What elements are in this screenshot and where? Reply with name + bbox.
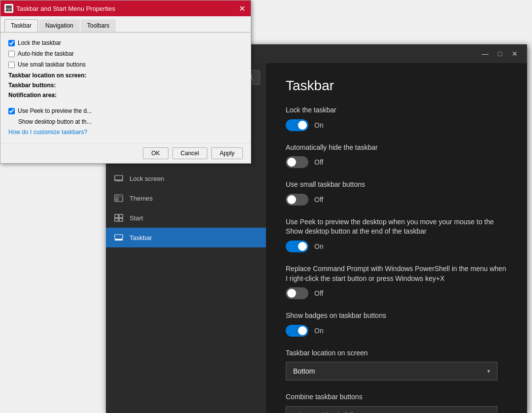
sidebar-item-taskbar-label: Taskbar — [130, 234, 152, 241]
peek-toggle[interactable] — [286, 241, 308, 252]
taskbar-location-dropdown-label: Taskbar location on screen — [286, 348, 507, 358]
powershell-toggle-label: Off — [314, 289, 323, 297]
auto-hide-knob — [287, 158, 296, 167]
setting-powershell: Replace Command Prompt with Windows Powe… — [286, 264, 507, 299]
auto-hide-label: Auto-hide the taskbar — [18, 50, 74, 57]
lock-taskbar-toggle[interactable] — [286, 119, 308, 131]
powershell-knob — [287, 289, 296, 298]
svg-rect-11 — [119, 214, 123, 218]
setting-taskbar-location: Taskbar location on screen Bottom ▾ — [286, 348, 507, 381]
powershell-toggle[interactable] — [286, 287, 308, 299]
checkbox-lock-taskbar[interactable]: Lock the taskbar — [8, 39, 243, 46]
lock-taskbar-toggle-row: On — [286, 119, 507, 131]
dialog-tabs: Taskbar Navigation Toolbars — [0, 16, 251, 33]
lock-taskbar-knob — [298, 121, 307, 130]
notification-area-label: Notification area: — [8, 92, 243, 99]
checkbox-peek[interactable]: Use Peek to preview the d... — [8, 107, 243, 114]
svg-rect-10 — [115, 214, 118, 218]
lock-screen-icon — [114, 173, 124, 183]
small-buttons-setting-label: Use small taskbar buttons — [286, 180, 507, 190]
tab-toolbars[interactable]: Toolbars — [81, 19, 116, 32]
badges-toggle-label: On — [314, 327, 324, 335]
ok-button[interactable]: OK — [143, 147, 168, 159]
combine-buttons-dropdown-label: Combine taskbar buttons — [286, 392, 507, 402]
apply-button[interactable]: Apply — [211, 147, 243, 159]
start-icon — [114, 213, 124, 223]
combine-buttons-dropdown[interactable]: When taskbar is full ▾ — [286, 406, 498, 413]
svg-rect-13 — [119, 218, 123, 221]
setting-small-buttons: Use small taskbar buttons Off — [286, 180, 507, 206]
checkbox-auto-hide[interactable]: Auto-hide the taskbar — [8, 50, 243, 57]
small-buttons-label: Use small taskbar buttons — [18, 61, 86, 68]
dialog-close-button[interactable]: ✕ — [237, 3, 247, 13]
badges-knob — [298, 326, 307, 335]
peek-label: Use Peek to preview the d... — [18, 107, 92, 114]
auto-hide-toggle-label: Off — [314, 158, 323, 166]
powershell-setting-label: Replace Command Prompt with Windows Powe… — [286, 264, 507, 283]
auto-hide-toggle-row: Off — [286, 156, 507, 168]
taskbar-location-value: Bottom — [293, 367, 315, 375]
peek-checkbox[interactable] — [8, 108, 15, 114]
dialog-footer: OK Cancel Apply — [0, 143, 251, 163]
small-buttons-toggle-row: Off — [286, 194, 507, 206]
dialog-title: Taskbar and Start Menu Properties — [16, 5, 237, 12]
taskbar-location-dropdown[interactable]: Bottom ▾ — [286, 362, 498, 380]
combine-buttons-dropdown-row: When taskbar is full ▾ — [286, 406, 507, 413]
checkbox-small-buttons[interactable]: Use small taskbar buttons — [8, 61, 243, 68]
badges-toggle-row: On — [286, 325, 507, 337]
taskbar-location-dropdown-row: Bottom ▾ — [286, 362, 507, 380]
peek-toggle-label: On — [314, 242, 324, 250]
dialog-icon — [4, 4, 13, 13]
lock-taskbar-toggle-label: On — [314, 121, 324, 129]
small-buttons-checkbox[interactable] — [8, 62, 15, 68]
tab-taskbar[interactable]: Taskbar — [4, 19, 38, 32]
peek-knob — [298, 242, 307, 251]
svg-rect-12 — [115, 218, 118, 221]
tab-navigation[interactable]: Navigation — [39, 19, 80, 32]
lock-taskbar-label: Lock the taskbar — [18, 39, 61, 46]
setting-peek: Use Peek to preview the desktop when you… — [286, 217, 507, 252]
badges-setting-label: Show badges on taskbar buttons — [286, 311, 507, 321]
taskbar-location-label: Taskbar location on screen: — [8, 72, 243, 79]
svg-rect-15 — [115, 239, 123, 241]
cancel-button[interactable]: Cancel — [172, 147, 207, 159]
dialog-titlebar: Taskbar and Start Menu Properties ✕ — [0, 0, 251, 16]
svg-rect-1 — [6, 5, 12, 9]
taskbar-icon — [114, 233, 124, 242]
minimize-button[interactable]: — — [479, 47, 492, 60]
sidebar-item-lock-screen[interactable]: Lock screen — [106, 169, 266, 188]
sidebar-item-taskbar[interactable]: Taskbar — [106, 228, 266, 247]
auto-hide-toggle[interactable] — [286, 156, 308, 168]
sidebar-item-start[interactable]: Start — [106, 208, 266, 228]
taskbar-location-chevron: ▾ — [487, 368, 490, 375]
sidebar-item-themes[interactable]: Themes — [106, 188, 266, 208]
small-buttons-knob — [287, 195, 296, 204]
maximize-button[interactable]: □ — [494, 47, 506, 60]
auto-hide-setting-label: Automatically hide the taskbar — [286, 143, 507, 153]
badges-toggle[interactable] — [286, 325, 308, 337]
svg-rect-7 — [115, 195, 119, 198]
peek-setting-label: Use Peek to preview the desktop when you… — [286, 217, 507, 237]
close-button[interactable]: ✕ — [508, 47, 521, 60]
peek-toggle-row: On — [286, 241, 507, 252]
peek-sublabel: Show desktop button at th... — [18, 118, 243, 125]
sidebar-item-themes-label: Themes — [130, 195, 153, 202]
setting-badges: Show badges on taskbar buttons On — [286, 311, 507, 337]
main-title: Taskbar — [286, 78, 507, 94]
dialog-content: Lock the taskbar Auto-hide the taskbar U… — [0, 33, 251, 143]
sidebar-item-start-label: Start — [130, 214, 143, 222]
customize-taskbars-link[interactable]: How do I customize taskbars? — [8, 129, 87, 136]
setting-auto-hide: Automatically hide the taskbar Off — [286, 143, 507, 169]
lock-taskbar-checkbox[interactable] — [8, 40, 15, 46]
small-buttons-toggle[interactable] — [286, 194, 308, 206]
lock-taskbar-setting-label: Lock the taskbar — [286, 105, 507, 115]
auto-hide-checkbox[interactable] — [8, 51, 15, 57]
taskbar-properties-dialog: Taskbar and Start Menu Properties ✕ Task… — [0, 0, 251, 164]
themes-icon — [114, 193, 124, 203]
settings-main: Taskbar Lock the taskbar On Automaticall… — [266, 63, 527, 413]
setting-lock-taskbar: Lock the taskbar On — [286, 105, 507, 131]
taskbar-buttons-label: Taskbar buttons: — [8, 82, 243, 89]
svg-rect-9 — [115, 198, 119, 202]
svg-rect-14 — [115, 235, 123, 239]
powershell-toggle-row: Off — [286, 287, 507, 299]
